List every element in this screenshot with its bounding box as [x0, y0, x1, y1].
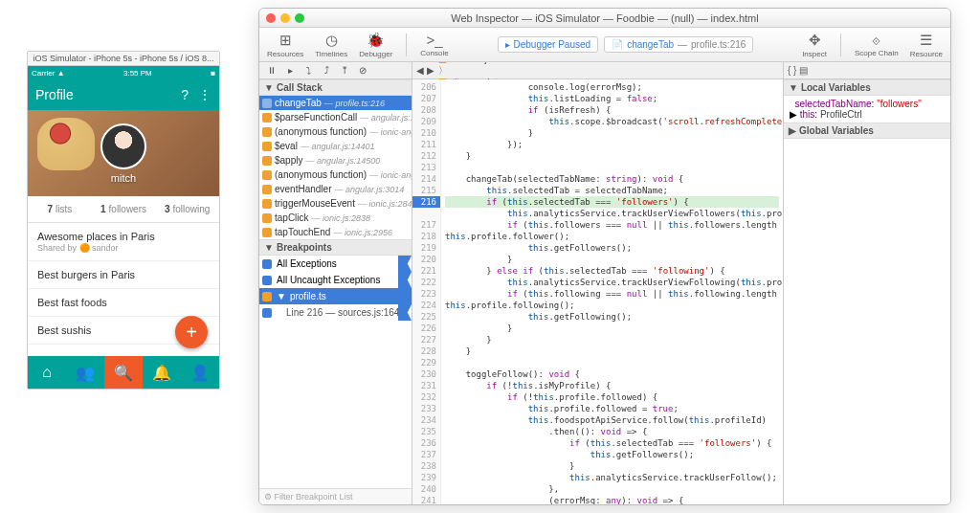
simulator-titlebar: iOS Simulator - iPhone 5s - iPhone 5s / … [28, 52, 219, 66]
web-inspector-window: Web Inspector — iOS Simulator — Foodbie … [258, 8, 951, 505]
breakpoints-header[interactable]: ▼ Breakpoints [259, 239, 412, 256]
tabbar-item[interactable]: ⌂ [28, 356, 66, 389]
callstack-row[interactable]: $parseFunctionCall — angular.js:12345 [259, 110, 412, 124]
avatar[interactable] [100, 123, 146, 169]
callstack-row[interactable]: tapClick — ionic.js:2838 [259, 211, 412, 225]
local-vars-header[interactable]: ▼ Local Variables [784, 79, 950, 96]
global-vars-header[interactable]: ▶ Global Variables [784, 123, 950, 139]
window-title: Web Inspector — iOS Simulator — Foodbie … [451, 12, 758, 24]
tool-debugger[interactable]: 🐞Debugger [359, 32, 392, 58]
callstack-row[interactable]: tapTouchEnd — ionic.js:2956 [259, 225, 412, 239]
add-button[interactable]: + [175, 316, 208, 348]
username: mitch [111, 172, 136, 184]
left-sidebar: ⏸▸⤵⤴⤒⊘ ▼ Call Stack changeTab — profile.… [259, 62, 412, 504]
debug-button[interactable]: ⤒ [338, 65, 351, 76]
inspect-tool[interactable]: ✥Inspect [802, 32, 827, 58]
tabbar-item[interactable]: 🔔 [143, 356, 181, 389]
right-sidebar: { } ▤ ▼ Local Variables selectedTabName:… [783, 62, 950, 504]
toolbar: ⊞Resources◷Timelines🐞Debugger >_Console … [259, 28, 950, 62]
callstack-row[interactable]: (anonymous function) — ionic-angular.js:… [259, 167, 412, 182]
list-item[interactable]: Awesome places in ParisShared by 🟠 sando… [28, 223, 219, 261]
ios-simulator: iOS Simulator - iPhone 5s - iPhone 5s / … [27, 51, 220, 390]
tabbar-item[interactable]: 👥 [66, 356, 104, 389]
call-stack-header[interactable]: ▼ Call Stack [259, 79, 412, 96]
callstack-row[interactable]: triggerMouseEvent — ionic.js:2849 [259, 196, 412, 211]
bp-all-exceptions[interactable]: All Exceptions [259, 256, 412, 272]
traffic-lights[interactable] [266, 13, 304, 23]
tab-lists[interactable]: 7lists [28, 196, 92, 222]
var-row[interactable]: selectedTabName: "followers" [790, 99, 945, 109]
app-header: Profile ? ⋮ [28, 79, 219, 110]
clock: 3:55 PM [123, 69, 152, 78]
debug-button[interactable]: ▸ [283, 65, 297, 76]
profile-hero: mitch [28, 110, 219, 196]
menu-icon[interactable]: ⋮ [198, 87, 212, 102]
tool-resources[interactable]: ⊞Resources [267, 32, 303, 58]
debug-button[interactable]: ⤵ [301, 65, 315, 76]
tab-following[interactable]: 3following [155, 196, 219, 222]
source-code[interactable]: 206 207 208 209 210 211 212 213 214 215 … [412, 79, 783, 504]
callstack-row[interactable]: eventHandler — angular.js:3014 [259, 182, 412, 196]
list-item[interactable]: Best fast foods [28, 289, 219, 317]
tabbar-item[interactable]: 🔍 [104, 356, 143, 389]
bp-all-uncaught[interactable]: All Uncaught Exceptions [259, 272, 412, 288]
tab-followers[interactable]: 1followers [92, 196, 156, 222]
battery-icon: ■ [211, 69, 215, 78]
tool-resource[interactable]: ☰Resource [910, 32, 943, 58]
wifi-icon: ▲ [57, 69, 65, 78]
location-pill[interactable]: 📄 changeTab — profile.ts:216 [604, 36, 753, 53]
debug-button[interactable]: ⊘ [356, 65, 369, 76]
debug-button[interactable]: ⤴ [320, 65, 333, 76]
list-item[interactable]: Best burgers in Paris [28, 261, 219, 289]
debug-button[interactable]: ⏸ [265, 65, 278, 76]
tool-timelines[interactable]: ◷Timelines [315, 32, 347, 58]
console-tool[interactable]: >_Console [420, 32, 448, 57]
tab-bar: ⌂👥🔍🔔👤 [28, 356, 219, 389]
filter-breakpoints[interactable]: ⚙ Filter Breakpoint List [259, 488, 412, 504]
help-icon[interactable]: ? [181, 87, 189, 102]
breadcrumbs[interactable]: ◀ ▶ index.html 〉 Scripts 〉 sources.js 〉 … [412, 62, 783, 79]
debug-controls: ⏸▸⤵⤴⤒⊘ [259, 62, 412, 79]
bp-file[interactable]: ▼ profile.ts [259, 288, 412, 304]
callstack-row[interactable]: changeTab — profile.ts:216 [259, 96, 412, 110]
scope-controls[interactable]: { } ▤ [784, 62, 950, 79]
tool-scope chain[interactable]: ⟐Scope Chain [855, 32, 899, 58]
profile-tabs: 7lists 1followers 3following [28, 196, 219, 223]
bp-line[interactable]: Line 216 — sources.js:1647 [259, 304, 412, 321]
status-bar: Carrier ▲ 3:55 PM ■ [28, 66, 219, 79]
code-panel: ◀ ▶ index.html 〉 Scripts 〉 sources.js 〉 … [412, 62, 783, 504]
debugger-paused-pill: ▸ Debugger Paused [498, 36, 599, 53]
carrier-label: Carrier ▲ [32, 69, 65, 78]
tabbar-item[interactable]: 👤 [181, 356, 219, 389]
page-title: Profile [35, 87, 74, 102]
window-titlebar: Web Inspector — iOS Simulator — Foodbie … [259, 9, 950, 28]
var-row[interactable]: ▶ this: ProfileCtrl [790, 109, 945, 120]
callstack-row[interactable]: (anonymous function) — ionic-angular.js:… [259, 124, 412, 139]
callstack-row[interactable]: $eval — angular.js:14401 [259, 139, 412, 153]
callstack-row[interactable]: $apply — angular.js:14500 [259, 153, 412, 167]
